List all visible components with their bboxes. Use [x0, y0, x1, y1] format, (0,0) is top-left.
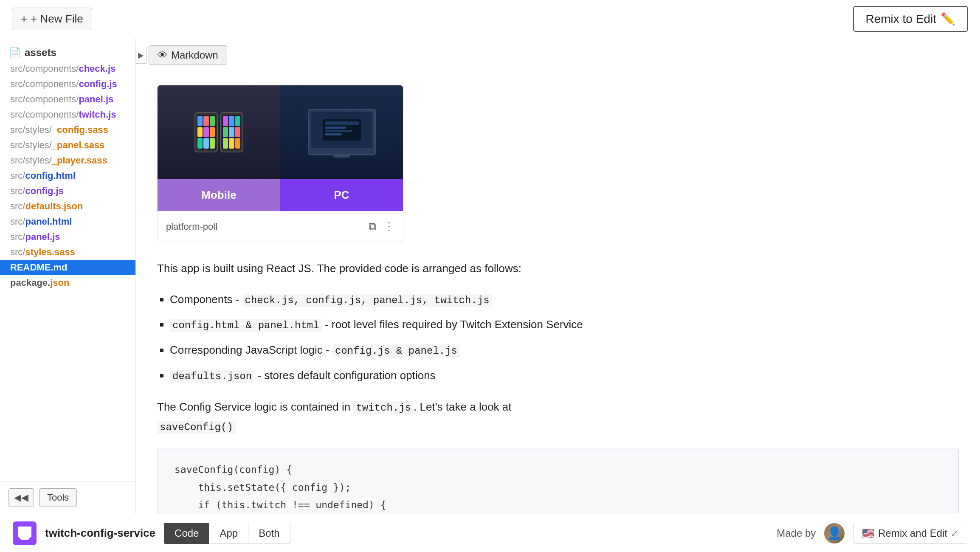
code-block: saveConfig(config) { this.setState({ con…	[157, 448, 959, 514]
content-header: 👁 Markdown	[136, 38, 980, 72]
file-tree: 📄 assets src/components/check.js src/com…	[0, 38, 135, 481]
made-by-label: Made by	[777, 527, 816, 539]
list-item-js-logic: Corresponding JavaScript logic - config.…	[170, 341, 959, 360]
sidebar-item-panel-js-comp[interactable]: src/components/panel.js	[0, 92, 135, 107]
sidebar: 📄 assets src/components/check.js src/com…	[0, 38, 136, 514]
sidebar-item-config-html[interactable]: src/config.html	[0, 168, 135, 183]
sidebar-item-config-js-comp[interactable]: src/components/config.js	[0, 76, 135, 92]
avatar: 👤	[824, 523, 845, 544]
top-bar: + + New File Remix to Edit ✏️	[0, 0, 980, 38]
file-list: Components - check.js, config.js, panel.…	[170, 290, 959, 386]
tab-app[interactable]: App	[209, 523, 248, 544]
poll-actions: ⧉ ⋮	[369, 217, 394, 236]
poll-option-mobile[interactable]: Mobile	[158, 179, 280, 211]
list-item-components: Components - check.js, config.js, panel.…	[170, 290, 959, 310]
poll-label: platform-poll	[166, 219, 217, 234]
sidebar-item-check-js[interactable]: src/components/check.js	[0, 61, 135, 76]
tools-button[interactable]: Tools	[39, 488, 77, 507]
sidebar-bottom: ◀◀ Tools	[0, 481, 135, 514]
sidebar-item-panel-js[interactable]: src/panel.js	[0, 229, 135, 245]
poll-footer: platform-poll ⧉ ⋮	[158, 211, 403, 242]
poll-menu-icon[interactable]: ⋮	[383, 217, 394, 236]
new-file-label: + New File	[31, 12, 83, 25]
view-tabs: Code App Both	[164, 523, 290, 544]
remix-to-edit-button[interactable]: Remix to Edit ✏️	[853, 6, 969, 32]
bottom-left: twitch-config-service Code App Both	[13, 521, 290, 545]
markdown-label: Markdown	[171, 49, 218, 61]
remix-and-edit-button[interactable]: 🇺🇸 Remix and Edit ⤢	[853, 523, 967, 544]
sidebar-back-button[interactable]: ◀◀	[8, 488, 34, 507]
poll-card: Mobile PC platform-poll ⧉ ⋮	[157, 85, 403, 242]
project-logo	[13, 521, 37, 545]
remix-pencil-icon: ✏️	[941, 12, 955, 26]
config-paragraph: The Config Service logic is contained in…	[157, 397, 959, 437]
intro-paragraph: This app is built using React JS. The pr…	[157, 259, 959, 278]
sidebar-item-readme-md[interactable]: README.md	[0, 260, 135, 275]
sidebar-item-panel-html[interactable]: src/panel.html	[0, 214, 135, 229]
folder-icon: 📄	[8, 47, 21, 59]
svg-rect-1	[325, 121, 359, 125]
tab-code[interactable]: Code	[164, 523, 209, 544]
svg-rect-3	[325, 130, 352, 132]
svg-rect-4	[325, 133, 342, 135]
bottom-right: Made by 👤 🇺🇸 Remix and Edit ⤢	[777, 523, 967, 544]
eye-icon: 👁	[158, 49, 168, 61]
new-file-button[interactable]: + + New File	[12, 8, 92, 30]
twitch-logo-icon	[18, 527, 31, 540]
main-layout: 📄 assets src/components/check.js src/com…	[0, 38, 980, 514]
poll-options: Mobile PC	[158, 179, 403, 211]
poll-image	[158, 85, 403, 179]
remix-to-edit-label: Remix to Edit	[866, 12, 937, 26]
sidebar-item-styles-sass[interactable]: src/styles.sass	[0, 245, 135, 260]
list-item-html-files: config.html & panel.html - root level fi…	[170, 315, 959, 335]
sidebar-item-twitch-js[interactable]: src/components/twitch.js	[0, 107, 135, 122]
sidebar-item-defaults-json[interactable]: src/defaults.json	[0, 199, 135, 214]
sidebar-item-config-js[interactable]: src/config.js	[0, 183, 135, 199]
remix-and-edit-label: Remix and Edit	[878, 527, 947, 539]
collapse-sidebar-button[interactable]: ▶	[135, 47, 147, 64]
tab-both[interactable]: Both	[248, 523, 290, 544]
sidebar-item-config-sass[interactable]: src/styles/_config.sass	[0, 122, 135, 138]
plus-icon: +	[21, 12, 27, 25]
list-item-defaults: deafults.json - stores default configura…	[170, 366, 959, 386]
poll-external-link-icon[interactable]: ⧉	[369, 217, 377, 236]
folder-label: assets	[25, 47, 56, 59]
project-name: twitch-config-service	[45, 527, 155, 540]
content-area: 👁 Markdown	[136, 38, 980, 514]
markdown-body: Mobile PC platform-poll ⧉ ⋮ This	[136, 72, 980, 514]
sidebar-item-panel-sass[interactable]: src/styles/_panel.sass	[0, 138, 135, 153]
expand-icon: ⤢	[951, 528, 958, 539]
sidebar-item-player-sass[interactable]: src/styles/_player.sass	[0, 153, 135, 168]
poll-option-pc[interactable]: PC	[280, 179, 403, 211]
markdown-toggle-button[interactable]: 👁 Markdown	[149, 45, 227, 65]
bottom-bar: twitch-config-service Code App Both Made…	[0, 514, 980, 552]
assets-folder: 📄 assets	[0, 44, 135, 61]
sidebar-item-package-json[interactable]: package.json	[0, 275, 135, 290]
poll-computer-side	[280, 85, 403, 179]
poll-phones-side	[158, 85, 280, 179]
flag-icon: 🇺🇸	[862, 527, 875, 539]
svg-rect-2	[325, 127, 346, 129]
